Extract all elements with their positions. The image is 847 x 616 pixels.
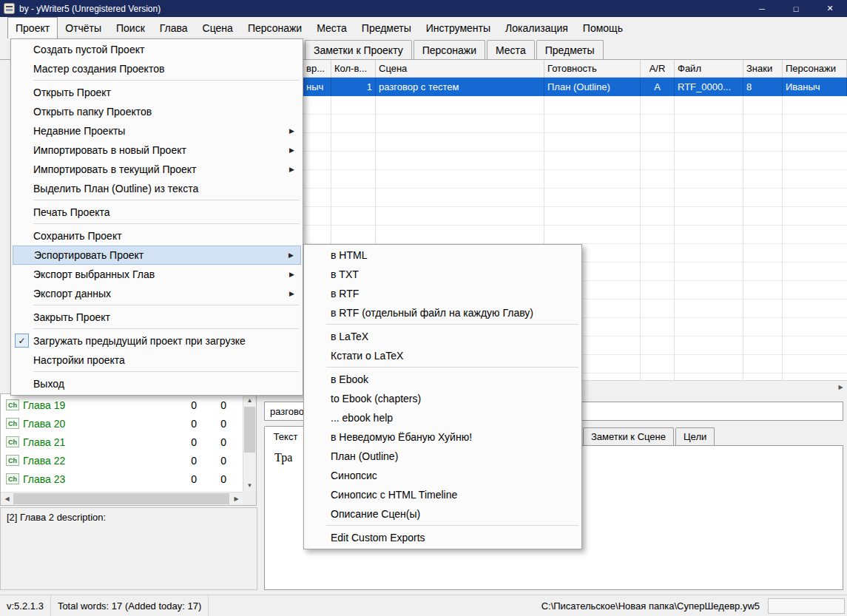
- tab-scene-notes[interactable]: Заметки к Сцене: [583, 427, 674, 445]
- table-cell[interactable]: A: [641, 78, 675, 96]
- menu-item[interactable]: Печать Проекта: [13, 203, 301, 222]
- menu-item-label: Мастер создания Проектов: [33, 63, 164, 75]
- column-header[interactable]: Готовность: [544, 60, 641, 77]
- tab-scene-goals[interactable]: Цели: [675, 427, 715, 445]
- app-icon: [4, 3, 15, 14]
- main-tab[interactable]: Персонажи: [414, 40, 485, 59]
- menu-item-label: Эспортировать Проект: [34, 249, 144, 261]
- menu-item[interactable]: Настройки проекта: [13, 351, 301, 370]
- menu-item[interactable]: Создать пустой Проект: [13, 40, 301, 59]
- grid-line: [782, 96, 783, 380]
- chapter-row[interactable]: ChГлава 2000: [1, 414, 243, 433]
- close-button[interactable]: ✕: [813, 0, 847, 17]
- table-cell[interactable]: разговор с тестем: [376, 78, 544, 96]
- column-header[interactable]: Сцена: [376, 60, 544, 77]
- chapter-horizontal-scrollbar[interactable]: ◀ ▶: [1, 492, 243, 505]
- menu-item[interactable]: Открыть Проект: [13, 83, 301, 102]
- scene-table-header: вр...Кол-в...СценаГотовностьA/RФайлЗнаки…: [303, 60, 847, 78]
- chapter-icon: Ch: [6, 418, 19, 429]
- menubar-item[interactable]: Глава: [152, 17, 195, 38]
- menubar-item[interactable]: Инструменты: [419, 17, 498, 38]
- table-cell[interactable]: RTF_0000...: [675, 78, 743, 96]
- menu-item[interactable]: Мастер создания Проектов: [13, 59, 301, 78]
- menu-item[interactable]: Импортировать в текущий Проект▶: [13, 160, 301, 179]
- menu-item-label: to Ebook (chapters): [331, 393, 421, 405]
- menu-item[interactable]: Открыть папку Проектов: [13, 102, 301, 121]
- maximize-button[interactable]: □: [779, 0, 813, 17]
- table-cell[interactable]: План (Outline): [544, 78, 641, 96]
- scroll-up-icon[interactable]: ▲: [243, 394, 256, 407]
- menu-item-label: Импортировать в новый Проект: [33, 144, 186, 156]
- table-cell[interactable]: ныч: [303, 78, 331, 96]
- menu-item[interactable]: Выход: [13, 374, 301, 393]
- column-header[interactable]: вр...: [303, 60, 331, 77]
- scrollbar-corner: [243, 492, 256, 505]
- chapter-row[interactable]: ChГлава 2300: [1, 470, 243, 488]
- menu-item[interactable]: Недавние Проекты▶: [13, 121, 301, 141]
- chapter-extra-count: 0: [197, 399, 226, 411]
- menubar-item[interactable]: Локализация: [498, 17, 576, 38]
- minimize-button[interactable]: ─: [745, 0, 779, 17]
- menu-item[interactable]: в RTF: [306, 284, 580, 303]
- scroll-down-icon[interactable]: ▼: [243, 479, 256, 492]
- menubar-item[interactable]: Предметы: [354, 17, 419, 38]
- menu-item[interactable]: Эспортировать Проект▶: [13, 246, 301, 265]
- menu-item[interactable]: Edit Custom Exports: [306, 528, 580, 547]
- chapter-row[interactable]: ChГлава 1900: [1, 396, 243, 414]
- scroll-left-icon[interactable]: ◀: [1, 493, 13, 505]
- vertical-scrollbar-thumb[interactable]: [244, 407, 255, 453]
- menu-item[interactable]: Экспорт выбранных Глав▶: [13, 265, 301, 284]
- main-tab[interactable]: Предметы: [536, 40, 604, 59]
- menubar-item[interactable]: Проект: [7, 17, 58, 38]
- menu-item[interactable]: Сохранить Проект: [13, 226, 301, 246]
- menu-item[interactable]: Импортировать в новый Проект▶: [13, 141, 301, 160]
- scroll-right-icon[interactable]: ▶: [834, 381, 847, 393]
- menubar-item[interactable]: Персонажи: [240, 17, 309, 38]
- table-cell[interactable]: 1: [331, 78, 376, 96]
- menu-item[interactable]: План (Outline): [306, 447, 580, 466]
- scene-tab-group: Заметки к Сцене Цели: [583, 427, 715, 445]
- column-header[interactable]: Персонажи: [783, 60, 847, 77]
- menu-item[interactable]: Кстати о LaTeX: [306, 346, 580, 365]
- menu-item[interactable]: to Ebook (chapters): [306, 389, 580, 408]
- main-tab[interactable]: Места: [487, 40, 535, 59]
- menu-item-label: Недавние Проекты: [33, 125, 125, 137]
- menu-item[interactable]: Синопсис с HTML Timeline: [306, 485, 580, 504]
- chapter-vertical-scrollbar[interactable]: ▲ ▼: [243, 394, 256, 492]
- menu-item[interactable]: в TXT: [306, 265, 580, 284]
- column-header[interactable]: Кол-в...: [331, 60, 376, 77]
- tab-scene-text[interactable]: Текст: [264, 426, 307, 446]
- menubar-item[interactable]: Сцена: [195, 17, 240, 38]
- menu-item[interactable]: Синопсис: [306, 466, 580, 485]
- menu-item[interactable]: Закрыть Проект: [13, 308, 301, 327]
- menubar-item[interactable]: Места: [309, 17, 354, 38]
- menu-item[interactable]: ... ebook help: [306, 408, 580, 427]
- menu-item[interactable]: Описание Сцен(ы): [306, 504, 580, 524]
- menu-item[interactable]: в Неведомую Ёбаную Хуйню!: [306, 427, 580, 447]
- column-header[interactable]: A/R: [641, 60, 675, 77]
- menu-item[interactable]: в LaTeX: [306, 327, 580, 346]
- menu-item[interactable]: Загружать предыдущий проект при загрузке…: [13, 331, 301, 351]
- menu-item[interactable]: в Ebook: [306, 370, 580, 389]
- chapter-list: ChГлава 1900ChГлава 2000ChГлава 2100ChГл…: [1, 396, 243, 492]
- table-cell[interactable]: 8: [743, 78, 783, 96]
- menu-item-label: Экспорт выбранных Глав: [33, 268, 155, 280]
- menu-item[interactable]: в HTML: [306, 246, 580, 265]
- menu-item[interactable]: Экспорт данных▶: [13, 284, 301, 303]
- selected-scene-row[interactable]: ныч1разговор с тестемПлан (Outline)ARTF_…: [303, 78, 847, 96]
- menubar-item[interactable]: Поиск: [109, 17, 152, 38]
- menubar-item[interactable]: Отчёты: [58, 17, 109, 38]
- column-header[interactable]: Знаки: [743, 60, 783, 77]
- table-cell[interactable]: Иваныч: [783, 78, 847, 96]
- menu-item-label: Открыть папку Проектов: [33, 106, 152, 118]
- menu-item[interactable]: Выделить План (Outline) из текста: [13, 179, 301, 198]
- chapter-row[interactable]: ChГлава 2100: [1, 433, 243, 451]
- column-header[interactable]: Файл: [675, 60, 743, 77]
- chapter-extra-count: 0: [197, 455, 226, 467]
- main-tab[interactable]: Заметки к Проекту: [305, 40, 412, 59]
- menubar-item[interactable]: Помощь: [576, 17, 630, 38]
- menu-item[interactable]: в RTF (отдельный файл на каждую Главу): [306, 303, 580, 322]
- horizontal-scrollbar-thumb[interactable]: [13, 493, 229, 504]
- chapter-row[interactable]: ChГлава 2200: [1, 451, 243, 470]
- scroll-right-icon[interactable]: ▶: [230, 493, 243, 505]
